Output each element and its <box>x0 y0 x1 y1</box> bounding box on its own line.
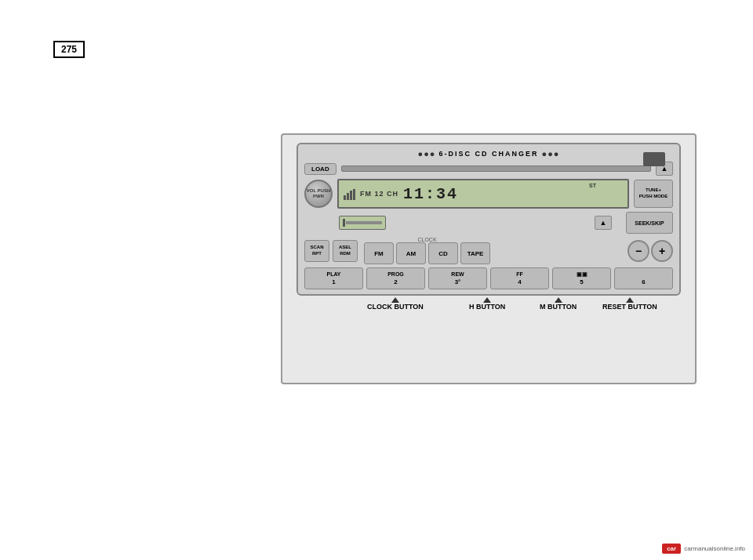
preset-4-num: 4 <box>518 278 521 286</box>
cd-button[interactable]: CD <box>428 242 458 264</box>
preset-2-num: 2 <box>394 278 397 286</box>
stereo-indicator: ST <box>589 183 596 188</box>
preset-1-label: PLAY <box>326 271 340 278</box>
fm-button[interactable]: FM <box>364 242 394 264</box>
radio-unit-wrapper: ●●● 6-DISC CD CHANGER ●●● LOAD ▲ VOL PUS… <box>296 143 681 333</box>
bar-4 <box>353 189 355 200</box>
eject-button-mid[interactable]: ▲ <box>595 216 612 230</box>
bar-3 <box>350 191 352 200</box>
push-mode-label: PUSH MODE <box>639 194 668 200</box>
preset-6-num: 6 <box>642 278 645 286</box>
clock-button-arrow <box>391 297 399 303</box>
brand-logo <box>643 152 665 166</box>
sub-display-row: ▲ SEEK/SKIP <box>304 212 673 234</box>
asel-rdm-button[interactable]: ASEL RDM <box>333 240 358 262</box>
h-button-label-group: H BUTTON <box>469 297 505 311</box>
volume-knob[interactable]: VOL PUSH PWR <box>304 180 333 208</box>
clock-button-label: CLOCK BUTTON <box>367 303 424 311</box>
tune-mode-label: TUNE+ <box>646 187 661 194</box>
preset-2-button[interactable]: PROG 2 <box>366 267 425 289</box>
reset-button-label: RESET BUTTON <box>602 303 657 311</box>
reset-button-label-group: RESET BUTTON <box>602 297 657 311</box>
signal-bars <box>344 187 355 200</box>
display-screen: FM 12 CH 11:34 ST <box>337 179 629 209</box>
dots-right-icon: ●●● <box>542 149 560 158</box>
m-button-arrow <box>555 297 562 303</box>
tune-mode-button[interactable]: TUNE+ PUSH MODE <box>634 180 673 208</box>
preset-3-label: REW <box>451 271 464 278</box>
diagram-container: ●●● 6-DISC CD CHANGER ●●● LOAD ▲ VOL PUS… <box>281 133 697 384</box>
cd-slot <box>341 165 651 172</box>
brand-title: 6-DISC CD CHANGER <box>438 150 538 158</box>
frequency-display: FM 12 CH <box>360 190 398 198</box>
vol-label: VOL PUSH PWR <box>306 188 331 198</box>
scan-rpt-button[interactable]: SCAN RPT <box>304 240 329 262</box>
tape-button[interactable]: TAPE <box>460 242 490 264</box>
preset-5-button[interactable]: ▣▣ 5 <box>552 267 611 289</box>
mini-bar <box>343 219 345 227</box>
scan-label: SCAN <box>310 245 323 251</box>
rdm-label: RDM <box>340 251 351 257</box>
m-button-label: M BUTTON <box>540 303 577 311</box>
reset-button-arrow <box>626 297 634 303</box>
preset-6-label <box>643 271 645 278</box>
dots-left-icon: ●●● <box>418 149 436 158</box>
clock-small-label: CLOCK <box>417 237 436 242</box>
h-button-arrow <box>483 297 491 303</box>
bar-1 <box>344 195 346 200</box>
source-row: SCAN RPT ASEL RDM CLOCK FM AM CD TAPE <box>304 237 673 264</box>
bar-2 <box>347 193 349 200</box>
preset-1-button[interactable]: PLAY 1 <box>304 267 363 289</box>
preset-row: PLAY 1 PROG 2 REW 3° FF 4 ▣▣ 5 <box>304 267 673 289</box>
h-button-label: H BUTTON <box>469 303 505 311</box>
display-row: VOL PUSH PWR FM 12 CH 11:34 ST TUNE+ PUS <box>304 179 673 209</box>
mini-display <box>339 216 386 230</box>
seek-skip-button[interactable]: SEEK/SKIP <box>626 212 673 234</box>
preset-3-num: 3° <box>455 278 461 286</box>
rpt-label: RPT <box>312 251 322 257</box>
watermark-site: carmanualsonline.info <box>684 545 745 552</box>
am-button[interactable]: AM <box>396 242 426 264</box>
preset-2-label: PROG <box>387 271 404 278</box>
minus-plus-group: − + <box>628 240 673 262</box>
preset-4-label: FF <box>516 271 523 278</box>
radio-header: ●●● 6-DISC CD CHANGER ●●● <box>304 149 673 158</box>
minus-button[interactable]: − <box>628 240 649 262</box>
m-button-label-group: M BUTTON <box>540 297 577 311</box>
radio-unit: ●●● 6-DISC CD CHANGER ●●● LOAD ▲ VOL PUS… <box>296 143 681 296</box>
load-button[interactable]: LOAD <box>304 163 336 175</box>
clock-button-label-group: CLOCK BUTTON <box>367 297 424 311</box>
preset-3-button[interactable]: REW 3° <box>428 267 487 289</box>
time-display: 11:34 <box>403 185 458 203</box>
watermark: car carmanualsonline.info <box>662 544 745 554</box>
asel-label: ASEL <box>339 245 351 251</box>
load-row: LOAD ▲ <box>304 162 673 176</box>
plus-button[interactable]: + <box>651 240 673 262</box>
watermark-badge: car <box>662 544 681 554</box>
page-number: 275 <box>53 41 85 58</box>
labels-area: CLOCK BUTTON H BUTTON M BUTTON RESET BUT… <box>296 297 681 333</box>
preset-1-num: 1 <box>332 278 335 286</box>
preset-4-button[interactable]: FF 4 <box>490 267 549 289</box>
preset-5-label: ▣▣ <box>577 271 587 278</box>
preset-5-num: 5 <box>580 278 583 286</box>
preset-6-button[interactable]: 6 <box>614 267 673 289</box>
mini-progress <box>346 221 382 224</box>
